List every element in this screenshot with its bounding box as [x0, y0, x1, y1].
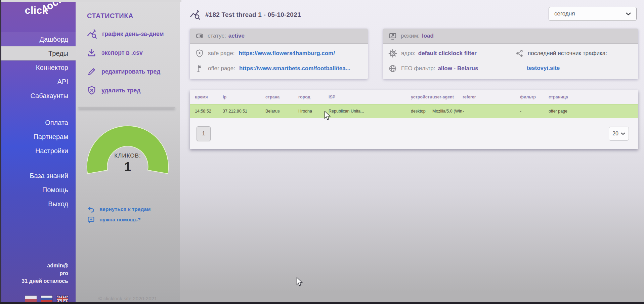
statistics-actions: график день-за-днем экспорт в .csv редак… — [87, 29, 180, 96]
cell-city: Hrodna — [298, 109, 329, 114]
sidebar-item-connector[interactable]: Коннектор — [0, 60, 76, 75]
account-days-left: 31 дней осталось — [0, 277, 68, 285]
sidebar-item-threads[interactable]: Треды — [0, 46, 76, 60]
statistics-links: вернуться к тредам нужна помощь? — [87, 206, 180, 223]
geo-filter-row: ГЕО фильтр: allow - Belarus — [388, 61, 516, 76]
flag-poland-icon[interactable] — [25, 296, 37, 302]
globe-icon — [388, 64, 397, 73]
table-header-row: время ip страна город ISP устройство use… — [190, 90, 638, 104]
sidebar-item-help[interactable]: Помощь — [0, 183, 76, 197]
gauge-label: КЛИКОВ: — [84, 153, 171, 159]
header-cell-ip: ip — [223, 95, 265, 99]
info-panels: статус: active safe page: https://www.fl… — [190, 29, 638, 79]
gauge-value: 1 — [84, 160, 171, 174]
sidebar: clicklock Дашборд Треды Коннектор API Са… — [0, 0, 76, 304]
statistics-panel: СТАТИСТИКА график день-за-днем экспорт в… — [76, 0, 180, 304]
pagination-bar: 1 20 — [190, 118, 638, 149]
cell-filter: - — [520, 109, 549, 114]
link-back-to-threads-label: вернуться к тредам — [99, 206, 151, 212]
link-back-to-threads[interactable]: вернуться к тредам — [87, 206, 180, 213]
safe-page-link[interactable]: https://www.flowers4hamburg.com/ — [239, 50, 335, 57]
header-cell-time: время — [190, 95, 223, 99]
sidebar-item-api[interactable]: API — [0, 75, 76, 89]
action-edit-thread-label: редактировать тред — [101, 68, 160, 75]
header-cell-isp: ISP — [329, 95, 411, 99]
action-export-csv-label: экспорт в .csv — [101, 49, 143, 56]
table-row[interactable]: 14:58:52 37.212.80.51 Belarus Hrodna Rep… — [190, 104, 638, 118]
status-panel-header: статус: active — [190, 29, 368, 44]
chevron-down-icon — [626, 12, 631, 15]
sidebar-nav: Дашборд Треды Коннектор API Сабакаунты О… — [0, 32, 76, 211]
sidebar-item-payment[interactable]: Оплата — [0, 116, 76, 130]
header-cell-user-agent: user-agent — [432, 95, 463, 99]
monitor-arrow-icon — [388, 32, 397, 40]
screen-edge-left — [0, 0, 1, 304]
clicklock-app: clicklock Дашборд Треды Коннектор API Са… — [0, 0, 644, 304]
sidebar-item-knowledge-base[interactable]: База знаний — [0, 169, 76, 183]
share-icon — [516, 49, 524, 57]
sidebar-account-block: admin@ pro 31 дней осталось — [0, 262, 76, 302]
geo-filter-label: ГЕО фильтр: — [401, 65, 435, 72]
per-page-value: 20 — [612, 131, 618, 137]
screen-edge-bottom — [0, 302, 644, 304]
flag-uk-icon[interactable] — [57, 296, 68, 302]
per-page-select[interactable]: 20 — [609, 127, 629, 141]
sidebar-item-dashboard[interactable]: Дашборд — [0, 32, 76, 46]
action-daily-chart-label: график день-за-днем — [102, 31, 164, 38]
page-1-button[interactable]: 1 — [197, 126, 211, 141]
action-delete-thread-label: удалить тред — [101, 87, 140, 94]
sidebar-item-settings[interactable]: Настройки — [0, 144, 76, 158]
core-label: ядро: — [401, 50, 416, 57]
clicks-gauge: КЛИКОВ: 1 — [84, 123, 171, 180]
download-icon — [87, 48, 96, 57]
offer-page-label: offer page: — [208, 65, 235, 72]
cell-time: 14:58:52 — [190, 109, 223, 114]
mode-value: load — [422, 33, 434, 39]
sidebar-item-partners[interactable]: Партнерам — [0, 130, 76, 144]
account-plan-badge: pro — [0, 269, 68, 277]
header-cell-filter: фильтр — [520, 95, 549, 99]
shield-star-icon — [195, 49, 204, 58]
last-traffic-source-link[interactable]: testovyi.site — [527, 65, 633, 72]
cell-page: offer page — [549, 109, 638, 114]
screen-edge-top — [0, 0, 181, 2]
action-edit-thread[interactable]: редактировать тред — [87, 66, 180, 77]
core-value: default clicklock filter — [418, 50, 477, 57]
flag-russia-icon[interactable] — [41, 296, 52, 302]
language-switcher — [0, 296, 68, 302]
main-content: #182 Test thread 1 - 05-10-2021 сегодня … — [180, 0, 644, 304]
mode-panel: режим: load ядро: default clicklock filt… — [383, 29, 638, 79]
link-need-help[interactable]: нужна помощь? — [87, 216, 180, 223]
mode-panel-body: ядро: default clicklock filter ГЕО фильт… — [383, 44, 638, 79]
cell-user-agent: Mozilla/5.0 (Win... — [432, 109, 463, 114]
geo-filter-value: allow - Belarus — [438, 65, 478, 72]
help-bubble-icon — [87, 216, 95, 224]
toggle-icon — [195, 32, 204, 40]
chart-search-icon — [87, 29, 97, 39]
undo-icon — [87, 205, 95, 213]
sidebar-item-subaccounts[interactable]: Сабакаунты — [0, 89, 76, 103]
shield-x-icon — [87, 86, 96, 95]
statistics-title: СТАТИСТИКА — [87, 12, 180, 20]
status-label: статус: — [208, 33, 226, 39]
chart-search-icon — [190, 9, 201, 20]
action-delete-thread[interactable]: удалить тред — [87, 85, 180, 96]
header-cell-country: страна — [265, 95, 298, 99]
sidebar-item-logout[interactable]: Выход — [0, 197, 76, 211]
chevron-down-icon — [621, 132, 625, 135]
cell-country: Belarus — [265, 109, 298, 114]
cell-isp: Republican Unita... — [329, 109, 411, 114]
core-row: ядро: default clicklock filter — [388, 46, 516, 61]
period-select[interactable]: сегодня — [549, 7, 637, 21]
copyright-footer: © clicklock.site 2020-2021 — [76, 296, 180, 301]
cell-referer: - — [463, 109, 520, 114]
offer-page-row: offer page: https://www.smartbets.com/fo… — [195, 61, 362, 76]
header-cell-city: город — [298, 95, 329, 99]
period-select-value: сегодня — [554, 10, 575, 17]
offer-page-link[interactable]: https://www.smartbets.com/football/tea..… — [239, 65, 350, 72]
action-daily-chart[interactable]: график день-за-днем — [87, 29, 180, 39]
link-need-help-label: нужна помощь? — [99, 217, 141, 223]
action-export-csv[interactable]: экспорт в .csv — [87, 47, 180, 58]
clicklock-logo[interactable]: clicklock — [0, 5, 69, 24]
gear-icon — [388, 49, 397, 58]
